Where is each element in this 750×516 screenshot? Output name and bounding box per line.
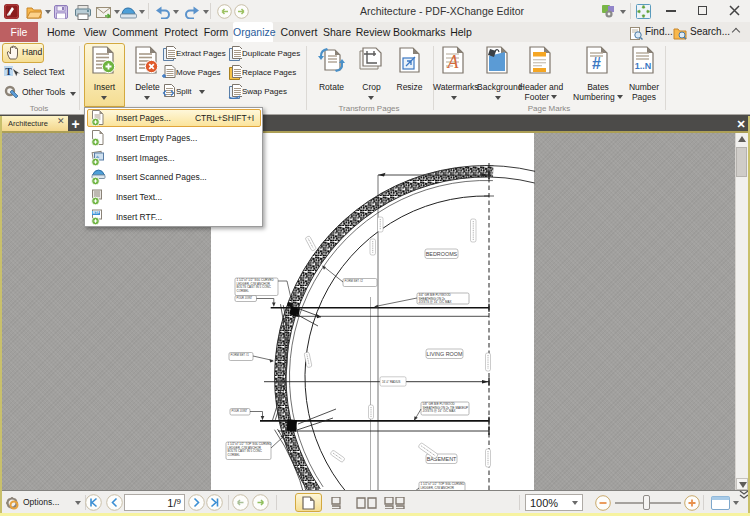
svg-text:1..N: 1..N <box>635 61 652 71</box>
svg-text:POUR JOINT: POUR JOINT <box>237 296 253 300</box>
svg-text:JOISTS @ 16" O/C MAX: JOISTS @ 16" O/C MAX <box>423 409 456 413</box>
svg-text:FORM SET #2: FORM SET #2 <box>345 279 364 283</box>
svg-text:A: A <box>447 52 460 72</box>
svg-text:JOISTS @ 16" O/C MAX: JOISTS @ 16" O/C MAX <box>419 300 452 304</box>
svg-text:CORBEL: CORBEL <box>228 453 241 457</box>
svg-text:BEDROOMS: BEDROOMS <box>426 251 458 257</box>
svg-text:POUR JOINT: POUR JOINT <box>232 409 248 413</box>
svg-text:BASEMENT: BASEMENT <box>427 456 457 462</box>
svg-text:CORBEL: CORBEL <box>237 289 250 293</box>
svg-text:FORM SET #1: FORM SET #1 <box>231 353 250 357</box>
svg-text:16'-0" RADIUS: 16'-0" RADIUS <box>382 380 401 384</box>
svg-text:LIVING ROOM: LIVING ROOM <box>427 351 463 357</box>
svg-text:T: T <box>5 66 12 77</box>
svg-text:#: # <box>592 55 601 72</box>
